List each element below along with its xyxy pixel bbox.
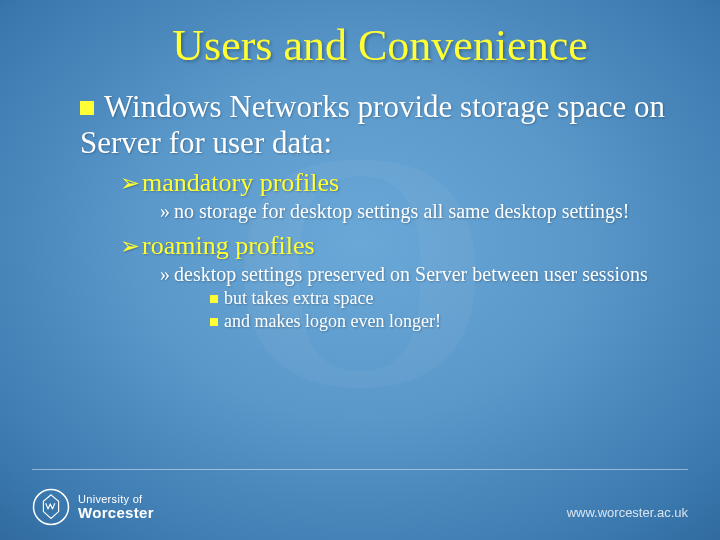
square-bullet-icon xyxy=(80,101,94,115)
bullet-level3-roaming-detail: »desktop settings preserved on Server be… xyxy=(160,263,650,286)
university-name: University of Worcester xyxy=(78,493,154,522)
square-bullet-icon xyxy=(210,295,218,303)
bullet-level2-mandatory: ➢mandatory profiles xyxy=(120,168,680,198)
sub1-text: mandatory profiles xyxy=(142,168,339,197)
raquo-icon: » xyxy=(160,200,170,222)
sub2-note2-text: and makes logon even longer! xyxy=(224,311,441,331)
arrow-icon: ➢ xyxy=(120,232,140,259)
square-bullet-icon xyxy=(210,318,218,326)
footer-divider xyxy=(32,469,688,470)
footer: University of Worcester www.worcester.ac… xyxy=(32,472,688,526)
bullet-level1: Windows Networks provide storage space o… xyxy=(80,89,680,160)
sub2-note1-text: but takes extra space xyxy=(224,288,373,308)
bullet-level4-note1: but takes extra space xyxy=(210,288,680,309)
crest-icon xyxy=(32,488,70,526)
bullet-level3-mandatory-detail: »no storage for desktop settings all sam… xyxy=(160,200,650,223)
sub2-detail-text: desktop settings preserved on Server bet… xyxy=(174,263,648,285)
slide-container: Users and Convenience Windows Networks p… xyxy=(0,0,720,540)
arrow-icon: ➢ xyxy=(120,169,140,196)
sub2-text: roaming profiles xyxy=(142,231,315,260)
university-logo: University of Worcester xyxy=(32,488,154,526)
raquo-icon: » xyxy=(160,263,170,285)
bullet1-text: Windows Networks provide storage space o… xyxy=(80,89,665,160)
uni-line2: Worcester xyxy=(78,505,154,522)
bullet-level4-note2: and makes logon even longer! xyxy=(210,311,680,332)
sub1-detail-text: no storage for desktop settings all same… xyxy=(174,200,629,222)
footer-url: www.worcester.ac.uk xyxy=(567,505,688,526)
uni-line1: University of xyxy=(78,493,154,505)
slide-title: Users and Convenience xyxy=(80,20,680,71)
bullet-level2-roaming: ➢roaming profiles xyxy=(120,231,680,261)
